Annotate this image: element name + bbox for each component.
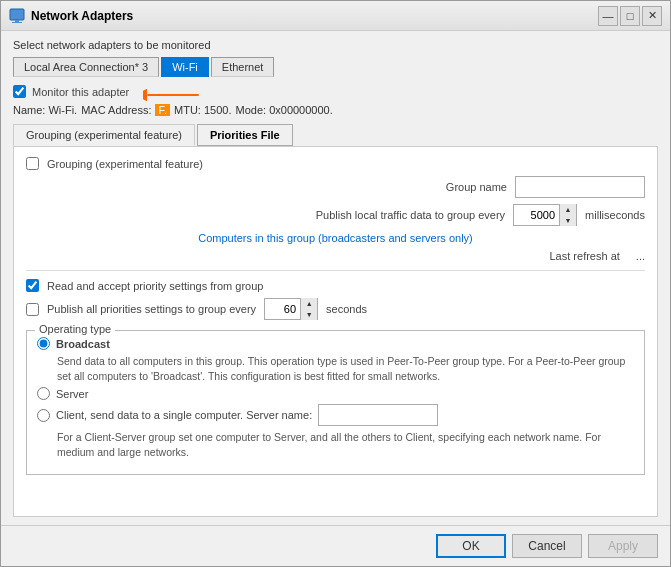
close-button[interactable]: ✕ xyxy=(642,6,662,26)
publish-spin-wrap: ▲ ▼ xyxy=(513,204,577,226)
adapter-name: Name: Wi-Fi. xyxy=(13,104,77,116)
read-priority-checkbox[interactable] xyxy=(26,279,39,292)
priority-spin-input[interactable] xyxy=(265,299,300,319)
svg-rect-0 xyxy=(10,9,24,20)
separator1 xyxy=(26,270,645,271)
broadcast-row: Broadcast xyxy=(37,337,634,350)
priority-spin-wrap: ▲ ▼ xyxy=(264,298,318,320)
adapter-tabs: Local Area Connection* 3 Wi-Fi Ethernet xyxy=(13,57,658,77)
operating-type-legend: Operating type xyxy=(35,323,115,335)
priority-spin-down[interactable]: ▼ xyxy=(301,309,317,320)
dialog-content: Select network adapters to be monitored … xyxy=(1,31,670,525)
broadcast-radio[interactable] xyxy=(37,337,50,350)
client-row: Client, send data to a single computer. … xyxy=(37,404,634,426)
apply-button[interactable]: Apply xyxy=(588,534,658,558)
monitor-adapter-checkbox[interactable] xyxy=(13,85,26,98)
ok-button[interactable]: OK xyxy=(436,534,506,558)
main-panel: Grouping (experimental feature) Group na… xyxy=(13,147,658,517)
mac-address-label: MAC Address: xyxy=(81,104,151,116)
server-label: Server xyxy=(56,388,88,400)
adapter-tab-ethernet[interactable]: Ethernet xyxy=(211,57,275,77)
group-name-input[interactable] xyxy=(515,176,645,198)
last-refresh-value: ... xyxy=(636,250,645,262)
grouping-checkbox[interactable] xyxy=(26,157,39,170)
svg-rect-2 xyxy=(12,22,22,23)
adapter-info-row: Name: Wi-Fi. MAC Address: F. MTU: 1500. … xyxy=(13,104,658,116)
adapter-tab-lan[interactable]: Local Area Connection* 3 xyxy=(13,57,159,77)
priority-spin-buttons: ▲ ▼ xyxy=(300,298,317,320)
minimize-button[interactable]: — xyxy=(598,6,618,26)
publish-priority-checkbox[interactable] xyxy=(26,303,39,316)
server-radio[interactable] xyxy=(37,387,50,400)
monitor-adapter-row: Monitor this adapter xyxy=(13,85,658,98)
client-radio[interactable] xyxy=(37,409,50,422)
publish-spin-input[interactable] xyxy=(514,205,559,225)
server-name-input[interactable] xyxy=(318,404,438,426)
title-bar-left: Network Adapters xyxy=(9,8,133,24)
select-adapters-label: Select network adapters to be monitored xyxy=(13,39,658,51)
client-label: Client, send data to a single computer. … xyxy=(56,409,312,421)
grouping-feature-row: Grouping (experimental feature) xyxy=(26,157,645,170)
server-row: Server xyxy=(37,387,634,400)
adapter-tab-wifi[interactable]: Wi-Fi xyxy=(161,57,209,77)
cancel-button[interactable]: Cancel xyxy=(512,534,582,558)
mode-label: Mode: 0x00000000. xyxy=(236,104,333,116)
read-priority-label: Read and accept priority settings from g… xyxy=(47,280,263,292)
broadcast-label: Broadcast xyxy=(56,338,110,350)
computers-label: Computers in this group (broadcasters an… xyxy=(26,232,645,244)
priority-spin-up[interactable]: ▲ xyxy=(301,298,317,309)
computers-row: Computers in this group (broadcasters an… xyxy=(26,232,645,244)
milliseconds-label: milliseconds xyxy=(585,209,645,221)
title-bar: Network Adapters — □ ✕ xyxy=(1,1,670,31)
publish-spin-down[interactable]: ▼ xyxy=(560,215,576,226)
network-icon xyxy=(9,8,25,24)
grouping-tab[interactable]: Grouping (experimental feature) xyxy=(13,124,195,146)
priorities-tab[interactable]: Priorities File xyxy=(197,124,293,146)
broadcast-description: Send data to all computers in this group… xyxy=(37,354,634,383)
group-name-row: Group name xyxy=(26,176,645,198)
dialog-title: Network Adapters xyxy=(31,9,133,23)
last-refresh-row: Last refresh at ... xyxy=(26,250,645,262)
dialog-footer: OK Cancel Apply xyxy=(1,525,670,566)
operating-type-groupbox: Operating type Broadcast Send data to al… xyxy=(26,330,645,475)
feature-tabs: Grouping (experimental feature) Prioriti… xyxy=(13,124,658,147)
publish-traffic-label: Publish local traffic data to group ever… xyxy=(26,209,505,221)
arrow-annotation xyxy=(143,83,203,107)
group-name-label: Group name xyxy=(26,181,507,193)
grouping-label: Grouping (experimental feature) xyxy=(47,158,203,170)
svg-rect-1 xyxy=(15,20,19,22)
title-bar-controls: — □ ✕ xyxy=(598,6,662,26)
publish-spin-buttons: ▲ ▼ xyxy=(559,204,576,226)
monitor-adapter-label: Monitor this adapter xyxy=(32,86,129,98)
last-refresh-label: Last refresh at xyxy=(26,250,620,262)
publish-priority-label: Publish all priorities settings to group… xyxy=(47,303,256,315)
network-adapters-dialog: Network Adapters — □ ✕ Select network ad… xyxy=(0,0,671,567)
read-priority-row: Read and accept priority settings from g… xyxy=(26,279,645,292)
client-description: For a Client-Server group set one comput… xyxy=(37,430,634,459)
maximize-button[interactable]: □ xyxy=(620,6,640,26)
publish-priority-row: Publish all priorities settings to group… xyxy=(26,298,645,320)
publish-spin-up[interactable]: ▲ xyxy=(560,204,576,215)
seconds-label: seconds xyxy=(326,303,367,315)
publish-traffic-row: Publish local traffic data to group ever… xyxy=(26,204,645,226)
